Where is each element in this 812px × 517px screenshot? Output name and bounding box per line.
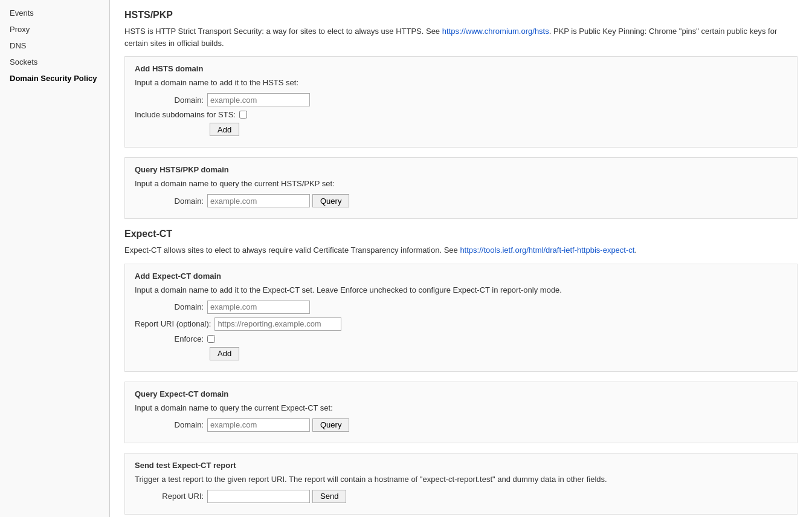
add-expect-ct-desc: Input a domain name to add it to the Exp… (135, 285, 787, 294)
hsts-subdomain-label: Include subdomains for STS: (135, 110, 239, 119)
expect-ct-domain-row: Domain: (135, 301, 787, 314)
sidebar-item-events[interactable]: Events (0, 5, 109, 21)
expect-ct-report-uri-input[interactable] (214, 317, 341, 331)
expect-ct-report-uri-row: Report URI (optional): (135, 317, 787, 331)
query-hsts-title: Query HSTS/PKP domain (135, 165, 787, 174)
hsts-desc-part1: HSTS is HTTP Strict Transport Security: … (124, 27, 442, 36)
sidebar-item-domain-security-policy[interactable]: Domain Security Policy (0, 70, 109, 86)
page-title: HSTS/PKP (124, 10, 798, 21)
sidebar-item-sockets[interactable]: Sockets (0, 54, 109, 70)
expect-ct-report-uri-label: Report URI (optional): (135, 319, 214, 328)
query-expect-ct-button[interactable]: Query (312, 418, 349, 432)
query-expect-ct-domain-row: Domain: Query (135, 418, 787, 432)
sidebar-item-proxy[interactable]: Proxy (0, 21, 109, 37)
add-hsts-title: Add HSTS domain (135, 64, 787, 73)
hsts-subdomain-row: Include subdomains for STS: (135, 110, 787, 119)
send-expect-ct-title: Send test Expect-CT report (135, 461, 787, 470)
expect-ct-desc-part2: . (634, 245, 637, 255)
expect-ct-add-button[interactable]: Add (210, 347, 239, 360)
hsts-subdomain-checkbox[interactable] (239, 111, 247, 119)
expect-ct-title: Expect-CT (124, 229, 798, 239)
expect-ct-desc-part1: Expect-CT allows sites to elect to alway… (124, 245, 460, 255)
expect-ct-enforce-checkbox[interactable] (207, 335, 215, 343)
expect-ct-enforce-row: Enforce: (135, 334, 787, 343)
send-report-uri-input[interactable] (207, 490, 310, 503)
query-expect-ct-domain-label: Domain: (135, 420, 207, 429)
query-expect-ct-domain-input[interactable] (207, 418, 310, 432)
expect-ct-link[interactable]: https://tools.ietf.org/html/draft-ietf-h… (460, 245, 634, 255)
sidebar: Events Proxy DNS Sockets Domain Security… (0, 0, 110, 517)
query-hsts-domain-input[interactable] (207, 194, 310, 207)
expect-ct-enforce-label: Enforce: (135, 334, 207, 343)
expect-ct-description: Expect-CT allows sites to elect to alway… (124, 244, 798, 256)
send-report-button[interactable]: Send (312, 490, 346, 503)
query-expect-ct-section: Query Expect-CT domain Input a domain na… (124, 382, 798, 443)
query-expect-ct-title: Query Expect-CT domain (135, 389, 787, 398)
expect-ct-domain-input[interactable] (207, 301, 310, 314)
add-expect-ct-title: Add Expect-CT domain (135, 272, 787, 281)
add-hsts-section: Add HSTS domain Input a domain name to a… (124, 56, 798, 148)
hsts-domain-row: Domain: (135, 93, 787, 106)
send-expect-ct-desc: Trigger a test report to the given repor… (135, 475, 787, 484)
query-hsts-domain-label: Domain: (135, 197, 207, 206)
query-hsts-desc: Input a domain name to query the current… (135, 179, 787, 188)
hsts-add-button[interactable]: Add (210, 123, 239, 136)
send-report-uri-row: Report URI: Send (135, 490, 787, 503)
query-expect-ct-desc: Input a domain name to query the current… (135, 403, 787, 412)
page-description: HSTS is HTTP Strict Transport Security: … (124, 25, 798, 49)
add-hsts-desc: Input a domain name to add it to the HST… (135, 78, 787, 87)
send-expect-ct-section: Send test Expect-CT report Trigger a tes… (124, 453, 798, 515)
sidebar-item-dns[interactable]: DNS (0, 37, 109, 54)
hsts-domain-label: Domain: (135, 96, 207, 105)
expect-ct-domain-label: Domain: (135, 302, 207, 311)
hsts-link[interactable]: https://www.chromium.org/hsts (442, 27, 549, 36)
query-hsts-section: Query HSTS/PKP domain Input a domain nam… (124, 157, 798, 219)
add-expect-ct-section: Add Expect-CT domain Input a domain name… (124, 264, 798, 372)
expect-ct-add-row: Add (135, 347, 787, 360)
query-hsts-domain-row: Domain: Query (135, 194, 787, 207)
main-content: HSTS/PKP HSTS is HTTP Strict Transport S… (110, 0, 812, 517)
hsts-domain-input[interactable] (207, 93, 310, 106)
hsts-add-row: Add (135, 123, 787, 136)
send-report-uri-label: Report URI: (135, 492, 207, 501)
query-hsts-button[interactable]: Query (312, 194, 349, 207)
